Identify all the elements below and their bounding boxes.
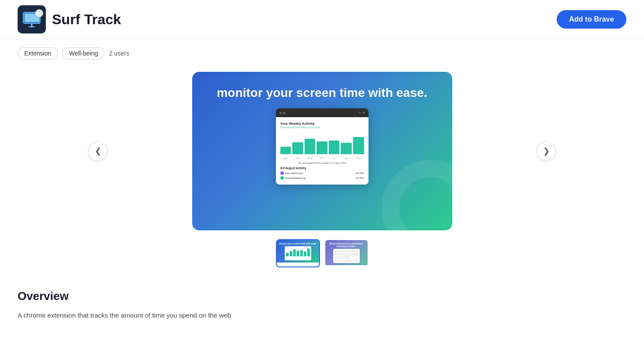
t1b6	[304, 252, 306, 256]
browser-mockup: ⊙ ⊗ Your Weekly Activity Summary of your…	[276, 108, 369, 185]
favicon-1	[280, 171, 284, 175]
site-left-1: www.udemy.com	[280, 171, 303, 175]
overview-section: Overview A chrome extension that tracks …	[0, 281, 644, 338]
t1b2	[290, 251, 292, 256]
thumb-2-text: Block websites for a productive browsing…	[328, 242, 365, 248]
site-left-2: reactnavigation.org	[280, 176, 306, 180]
clock-icon: 🕐	[37, 11, 42, 15]
t1b4	[297, 251, 299, 256]
thumb-1-text: monitor your screen time with ease.	[279, 242, 316, 245]
carousel-main-slide: monitor your screen time with ease. ⊙ ⊗ …	[192, 72, 452, 230]
browser-bar: ⊙ ⊗	[276, 108, 369, 117]
activity-chart	[280, 132, 364, 154]
bar-tue	[292, 142, 303, 155]
app-identity: 🕐 Surf Track	[18, 5, 121, 33]
carousel-headline: monitor your screen time with ease.	[199, 85, 445, 100]
thumbnail-1[interactable]: monitor your screen time with ease.	[276, 239, 320, 267]
bar-sat	[341, 143, 352, 154]
dot-1	[279, 112, 282, 114]
browser-content: Your Weekly Activity Summary of your dai…	[276, 117, 369, 185]
t2r1	[335, 250, 358, 252]
favicon-2	[280, 176, 284, 180]
wellbeing-tag[interactable]: Well-being	[62, 47, 104, 59]
label-wed: Wed	[305, 157, 316, 159]
thumb-1-bars	[286, 248, 310, 256]
t2r2	[335, 253, 358, 255]
site-time-2: 1h 36m	[356, 177, 364, 179]
thumb-2-content: Block websites for a productive browsing…	[325, 240, 368, 265]
site-row-1: www.udemy.com 3h 29m	[280, 171, 364, 175]
t1b1	[286, 253, 289, 256]
label-fri: Fri	[329, 157, 340, 159]
label-sun: Sun	[353, 157, 364, 159]
overview-title: Overview	[18, 289, 626, 303]
users-count: 2 users	[109, 48, 129, 59]
bar-fri	[329, 141, 340, 154]
app-title: Surf Track	[52, 11, 121, 28]
bar-mon	[280, 147, 291, 155]
chart-labels: Mon Tue Wed Thu Fri Sat Sun	[280, 157, 364, 159]
browser-icons: ⊙ ⊗	[358, 111, 365, 115]
browser-dots	[279, 112, 285, 114]
activity-subtitle: Summary of your daily surf activity	[280, 126, 364, 129]
label-tue: Tue	[292, 157, 303, 159]
thumbnail-2[interactable]: Block websites for a productive browsing…	[324, 239, 369, 267]
label-mon: Mon	[280, 157, 291, 159]
thumb-1-mini	[285, 246, 311, 260]
overview-text: A chrome extension that tracks the amoun…	[18, 310, 626, 321]
carousel-decoration	[382, 160, 452, 230]
thumbnails-row: monitor your screen time with ease. Bloc…	[0, 239, 644, 267]
carousel-next-button[interactable]: ❯	[536, 141, 556, 161]
thumb-2-mini	[333, 249, 360, 263]
label-sat: Sat	[341, 157, 352, 159]
prev-arrow-icon: ❮	[95, 146, 101, 156]
carousel-prev-button[interactable]: ❮	[88, 141, 108, 161]
dot-2	[283, 112, 285, 114]
bar-thu	[316, 141, 328, 154]
site-time-1: 3h 29m	[356, 172, 364, 174]
label-thu: Thu	[316, 157, 328, 159]
avg-text: You averaged 5h 0m in week 31 of year 20…	[280, 162, 364, 164]
page-header: 🕐 Surf Track Add to Brave	[0, 0, 644, 39]
activity-title: Your Weekly Activity	[280, 122, 364, 126]
add-to-brave-button[interactable]: Add to Brave	[557, 10, 626, 29]
site-name-1: www.udemy.com	[285, 172, 303, 174]
t1b3	[293, 249, 296, 256]
carousel-section: ❮ monitor your screen time with ease. ⊙ …	[0, 67, 644, 239]
t2r3	[335, 256, 351, 259]
site-name-2: reactnavigation.org	[285, 177, 306, 179]
t1b5	[300, 250, 303, 256]
bar-wed	[305, 139, 316, 154]
t2r4	[335, 259, 358, 262]
close-icon: ⊗	[362, 111, 365, 115]
site-row-2: reactnavigation.org 1h 36m	[280, 176, 364, 180]
bar-sun	[353, 137, 364, 154]
app-icon: 🕐	[18, 5, 46, 33]
settings-icon: ⊙	[358, 111, 361, 115]
tags-row: Extension Well-being 2 users	[0, 39, 644, 67]
day-section-title: 3rd August Activity	[280, 167, 364, 170]
next-arrow-icon: ❯	[543, 146, 550, 156]
t1b7	[307, 248, 310, 256]
extension-tag[interactable]: Extension	[18, 47, 58, 59]
thumb-1-content: monitor your screen time with ease.	[277, 240, 319, 263]
